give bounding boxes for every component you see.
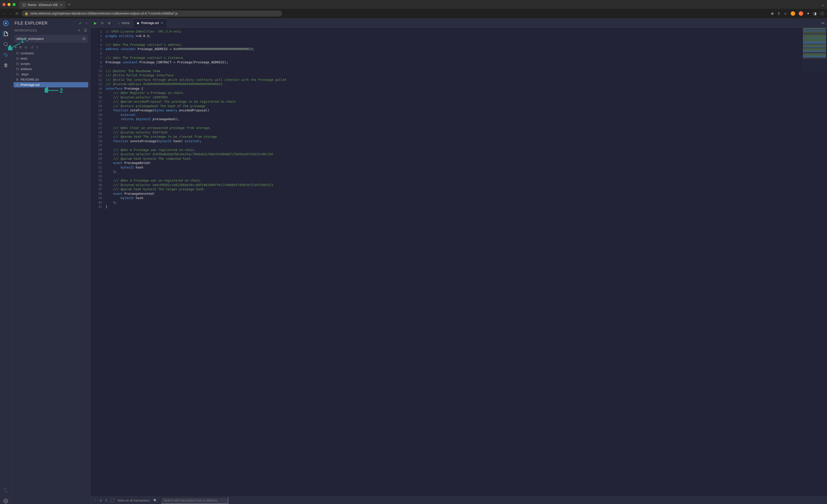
add-workspace-icon[interactable]: + [78,28,80,33]
code-line[interactable]: /// @custom:selector cb00f603 [105,95,827,100]
back-button[interactable]: ← [2,11,6,15]
code-line[interactable] [105,64,827,69]
hamburger-icon[interactable]: ☰ [84,28,87,33]
code-line[interactable]: /// @param encodedProposal The preimage … [105,99,827,104]
tree-item-contracts[interactable]: 🗀contracts [13,51,88,56]
code-line[interactable]: ); [105,200,827,205]
tab-dropdown-icon[interactable]: ⌄ [821,2,825,7]
zoom-out-icon[interactable]: ⊖ [101,21,104,25]
profile-icon[interactable] [820,11,825,16]
editor-toolbar: ▶ ⊖ ⊕ ⌂Home◆Preimage.sol✕ ⇔ [91,18,827,28]
collapse-tree-icon[interactable]: ▾ [15,46,16,49]
code-line[interactable]: /// @title Pallet Preimage Interface [105,73,827,77]
code-line[interactable]: bytes32 hash [105,196,827,200]
upload-icon[interactable]: ⇧ [36,46,39,49]
close-tab-icon[interactable]: ✕ [161,21,163,25]
code-line[interactable]: /// @custom:address 0x000000000000000000… [105,82,827,87]
code-content[interactable]: // SPDX-License-Identifier: GPL-3.0-only… [105,28,827,497]
compile-status-icon[interactable]: ✓ [79,21,82,25]
tree-item-README-txt[interactable]: 🗎README.txt [13,77,88,82]
new-tab-button[interactable]: + [68,2,70,7]
code-line[interactable]: ); [105,169,827,174]
panel-icon[interactable]: ◨ [813,11,817,15]
editor-body[interactable]: 1234567891011121314151617181920212223242… [91,28,827,497]
extensions-icon[interactable]: ✦ [807,11,810,15]
expand-icon[interactable]: › [86,21,87,25]
github-icon[interactable]: ⎇ [30,46,34,49]
new-file-icon[interactable]: 🗎 [19,46,22,49]
close-window-button[interactable] [2,3,5,6]
share-icon[interactable]: ⇧ [777,11,780,15]
code-line[interactable]: /// @custom:selector 8cb56a8ebdafbb14e25… [105,152,827,157]
code-line[interactable]: event PreimageNoted( [105,161,827,165]
code-line[interactable] [105,38,827,43]
code-line[interactable]: bytes32 hash [105,165,827,170]
tree-item--deps[interactable]: 🗀.deps [13,72,88,77]
terminal-search-input[interactable] [161,497,228,504]
code-line[interactable]: /// @author The Moonbeam Team [105,69,827,73]
code-line[interactable]: } [105,205,827,209]
code-line[interactable]: /// @dev Clear an unrequested preimage f… [105,126,827,130]
file-explorer-icon[interactable] [3,31,9,37]
code-line[interactable]: /// @dev A Preimage was un-registered on… [105,178,827,183]
terminal-clear-icon[interactable]: ⊘ [99,499,102,502]
tree-item-artifacts[interactable]: 🗀artifacts [13,66,88,72]
tree-item-Preimage-sol[interactable]: ◆Preimage.sol [13,82,88,88]
code-line[interactable]: /// @dev A Preimage was registered on-ch… [105,148,827,152]
code-line[interactable]: /// @param hash The preimage to be clear… [105,134,827,139]
code-line[interactable]: function notePreimage(bytes memory encod… [105,108,827,113]
compiler-icon[interactable] [3,52,9,58]
code-line[interactable]: address constant Preimage_ADDRESS = 0x00… [105,47,827,51]
tree-item-tests[interactable]: 🗀tests [13,56,88,61]
zoom-icon[interactable]: ⊕ [771,11,774,15]
code-line[interactable]: /// @dev Register a Preimage on-chain. [105,91,827,95]
search-icon[interactable] [3,41,9,47]
code-line[interactable]: returns (bytes32 preimageHash); [105,117,827,121]
code-line[interactable] [105,174,827,178]
browser-tab[interactable]: Remix - Ethereum IDE ✕ [19,1,65,9]
maximize-window-button[interactable] [12,3,15,6]
minimize-window-button[interactable] [7,3,10,6]
close-tab-icon[interactable]: ✕ [60,3,62,7]
code-line[interactable] [105,121,827,126]
extension-icon[interactable] [799,11,803,16]
terminal-search-icon[interactable]: 🔍 [153,499,157,502]
zoom-in-icon[interactable]: ⊕ [108,21,111,25]
reload-button[interactable]: ⟳ [15,11,18,15]
terminal-expand-icon[interactable]: ⌃ [94,499,96,502]
code-line[interactable]: function unnotePreimage(bytes32 hash) ex… [105,139,827,144]
extension-icon[interactable] [791,11,795,16]
new-folder-icon[interactable]: 🗀 [25,46,28,49]
code-line[interactable] [105,143,827,148]
plugin-icon[interactable] [3,488,9,494]
editor-tab-Preimage-sol[interactable]: ◆Preimage.sol✕ [133,18,167,27]
code-line[interactable] [105,51,827,56]
code-line[interactable]: event PreimageUnnoted( [105,191,827,196]
tree-item-scripts[interactable]: 🗀scripts [13,61,88,66]
code-line[interactable]: interface Preimage { [105,87,827,91]
code-line[interactable]: /// @param hash bytes32 The target preim… [105,187,827,191]
code-line[interactable]: Preimage constant Preimage_CONTRACT = Pr… [105,60,827,65]
workspace-dropdown[interactable]: default_workspace [14,35,88,43]
listen-checkbox[interactable] [111,499,114,502]
code-line[interactable]: /// @custom:selector be6cb9502cce812b6de… [105,183,827,187]
code-line[interactable]: /// @dev The Preimage contract's address… [105,43,827,47]
code-line[interactable]: /// @param hash bytes32 The computed has… [105,157,827,161]
code-line[interactable]: // SPDX-License-Identifier: GPL-3.0-only [105,29,827,34]
editor-tab-Home[interactable]: ⌂Home [114,18,133,27]
collapse-panel-icon[interactable]: ⇔ [821,20,825,25]
code-line[interactable]: /// @custom:selector 02e71b45 [105,130,827,135]
minimap[interactable] [802,28,827,73]
code-line[interactable]: /// @dev The Preimage contract's instanc… [105,56,827,60]
deploy-icon[interactable] [3,62,9,68]
settings-icon[interactable] [3,498,9,504]
code-line[interactable]: /// @title The interface through which s… [105,77,827,82]
code-line[interactable]: /// @return preimageHash The hash of the… [105,104,827,108]
address-bar[interactable]: 🔒 remix.ethereum.org/#optimize=false&run… [21,10,282,16]
run-icon[interactable]: ▶ [94,21,97,25]
code-line[interactable]: external [105,113,827,117]
forward-button[interactable]: → [9,11,12,15]
remix-logo-icon[interactable] [3,20,9,26]
bookmark-icon[interactable]: ☆ [784,11,787,15]
code-line[interactable]: pragma solidity >=0.8.3; [105,34,827,38]
